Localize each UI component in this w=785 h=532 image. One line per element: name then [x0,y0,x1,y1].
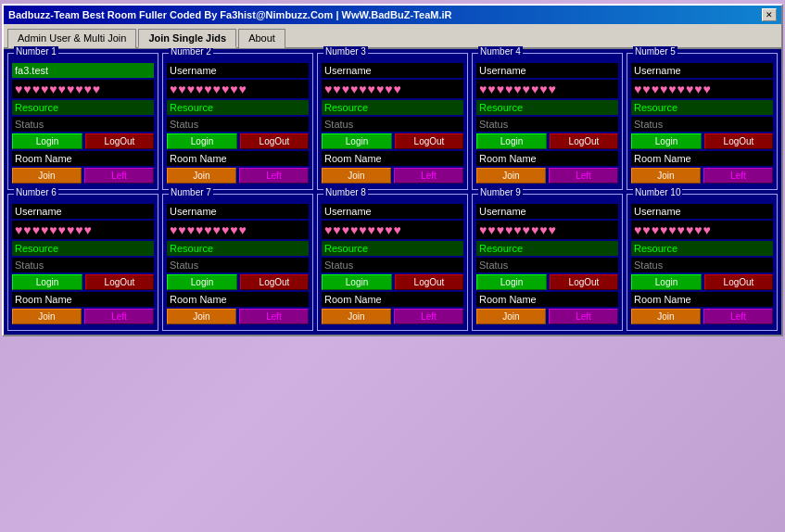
password-field-4[interactable] [476,80,618,98]
tab-join-single[interactable]: Join Single Jids [138,29,236,48]
login-button-9[interactable]: Login [476,274,547,290]
logout-button-7[interactable]: LogOut [240,274,309,290]
join-button-6[interactable]: Join [12,309,82,324]
logout-button-8[interactable]: LogOut [395,274,463,290]
left-button-5[interactable]: Left [703,168,773,184]
resource-field-10[interactable] [631,241,773,256]
room-field-5[interactable] [631,151,773,166]
username-field-6[interactable] [12,204,154,219]
title-bar: Badbuzz-Team Best Room Fuller Coded By F… [4,6,781,24]
left-button-6[interactable]: Left [84,309,154,324]
resource-field-6[interactable] [12,241,154,256]
logout-button-4[interactable]: LogOut [550,133,618,149]
resource-field-8[interactable] [322,241,463,256]
password-field-10[interactable] [631,221,773,239]
join-button-8[interactable]: Join [322,309,391,324]
logout-button-2[interactable]: LogOut [240,133,309,149]
resource-field-1[interactable] [12,100,154,115]
username-field-3[interactable] [322,63,463,78]
close-button[interactable]: ✕ [762,8,777,21]
login-button-6[interactable]: Login [12,274,82,290]
join-button-9[interactable]: Join [476,309,546,324]
username-field-1[interactable] [12,63,154,78]
room-field-8[interactable] [322,292,463,307]
password-field-3[interactable] [322,80,463,98]
number-box-8: Number 8 Status Login LogOut Join Left [317,194,468,331]
join-button-2[interactable]: Join [167,168,236,184]
logout-button-10[interactable]: LogOut [704,274,773,290]
join-button-1[interactable]: Join [12,168,82,184]
username-field-7[interactable] [167,204,309,219]
password-field-7[interactable] [167,221,309,239]
room-field-6[interactable] [12,292,154,307]
login-logout-row-5: Login LogOut [631,133,773,149]
tab-admin-multi[interactable]: Admin User & Multi Join [7,29,136,48]
join-button-7[interactable]: Join [167,309,236,324]
room-field-3[interactable] [322,151,463,166]
room-field-7[interactable] [167,292,309,307]
login-logout-row-9: Login LogOut [476,274,618,290]
resource-field-4[interactable] [476,100,618,115]
number-box-10: Number 10 Status Login LogOut Join Left [627,194,778,331]
login-logout-row-3: Login LogOut [322,133,463,149]
resource-field-2[interactable] [167,100,309,115]
resource-field-3[interactable] [322,100,463,115]
status-field-3: Status [322,117,463,132]
left-button-2[interactable]: Left [239,168,309,184]
username-field-2[interactable] [167,63,309,78]
room-field-4[interactable] [476,151,618,166]
number-label-6: Number 6 [14,187,58,197]
login-button-8[interactable]: Login [322,274,392,290]
username-field-5[interactable] [631,63,773,78]
join-button-3[interactable]: Join [322,168,391,184]
room-field-2[interactable] [167,151,309,166]
login-logout-row-8: Login LogOut [322,274,463,290]
join-button-4[interactable]: Join [476,168,546,184]
join-left-row-8: Join Left [322,309,463,324]
password-field-8[interactable] [322,221,463,239]
logout-button-3[interactable]: LogOut [395,133,463,149]
join-left-row-4: Join Left [476,168,618,184]
password-field-9[interactable] [476,221,618,239]
username-field-10[interactable] [631,204,773,219]
login-button-4[interactable]: Login [476,133,547,149]
left-button-4[interactable]: Left [549,168,618,184]
resource-field-9[interactable] [476,241,618,256]
join-button-5[interactable]: Join [631,168,701,184]
resource-field-5[interactable] [631,100,773,115]
logout-button-6[interactable]: LogOut [85,274,154,290]
number-label-5: Number 5 [633,46,677,57]
login-button-2[interactable]: Login [167,133,237,149]
login-button-10[interactable]: Login [631,274,702,290]
left-button-3[interactable]: Left [394,168,463,184]
left-button-8[interactable]: Left [394,309,463,324]
password-field-6[interactable] [12,221,154,239]
room-field-1[interactable] [12,151,154,166]
left-button-9[interactable]: Left [549,309,618,324]
resource-field-7[interactable] [167,241,309,256]
join-left-row-3: Join Left [322,168,463,184]
left-button-7[interactable]: Left [239,309,309,324]
room-field-10[interactable] [631,292,773,307]
join-button-10[interactable]: Join [631,309,701,324]
login-button-3[interactable]: Login [322,133,392,149]
password-field-2[interactable] [167,80,309,98]
number-box-4: Number 4 Status Login LogOut Join Left [472,53,623,190]
username-field-8[interactable] [322,204,463,219]
username-field-9[interactable] [476,204,618,219]
tab-about[interactable]: About [238,29,285,48]
number-box-2: Number 2 Status Login LogOut Join Left [162,53,313,190]
room-field-9[interactable] [476,292,618,307]
login-button-7[interactable]: Login [167,274,237,290]
login-button-5[interactable]: Login [631,133,702,149]
left-button-10[interactable]: Left [703,309,773,324]
login-button-1[interactable]: Login [12,133,82,149]
left-button-1[interactable]: Left [84,168,154,184]
login-logout-row-1: Login LogOut [12,133,154,149]
username-field-4[interactable] [476,63,618,78]
password-field-5[interactable] [631,80,773,98]
logout-button-9[interactable]: LogOut [550,274,618,290]
logout-button-5[interactable]: LogOut [704,133,773,149]
password-field-1[interactable] [12,80,154,98]
logout-button-1[interactable]: LogOut [85,133,154,149]
